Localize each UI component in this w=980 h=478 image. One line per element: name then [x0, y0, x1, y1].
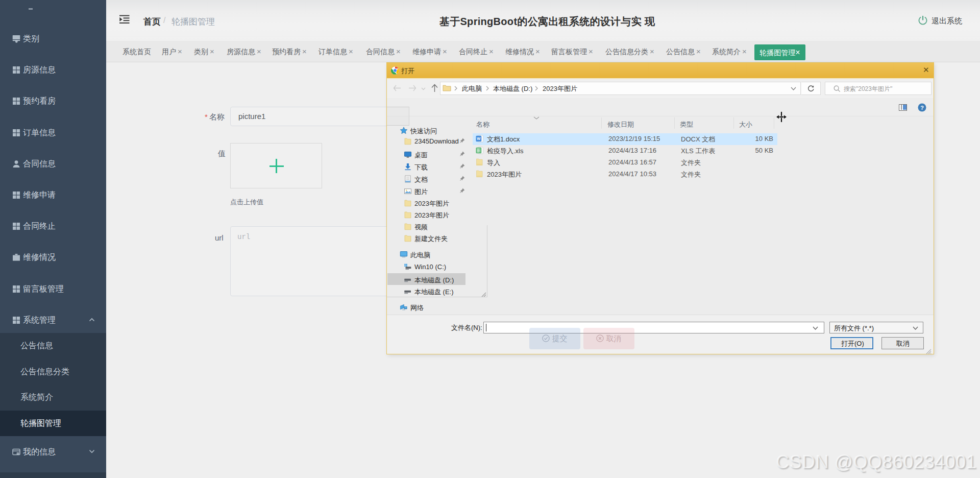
svg-text:?: ?: [920, 105, 924, 111]
svg-text:W: W: [477, 136, 481, 141]
